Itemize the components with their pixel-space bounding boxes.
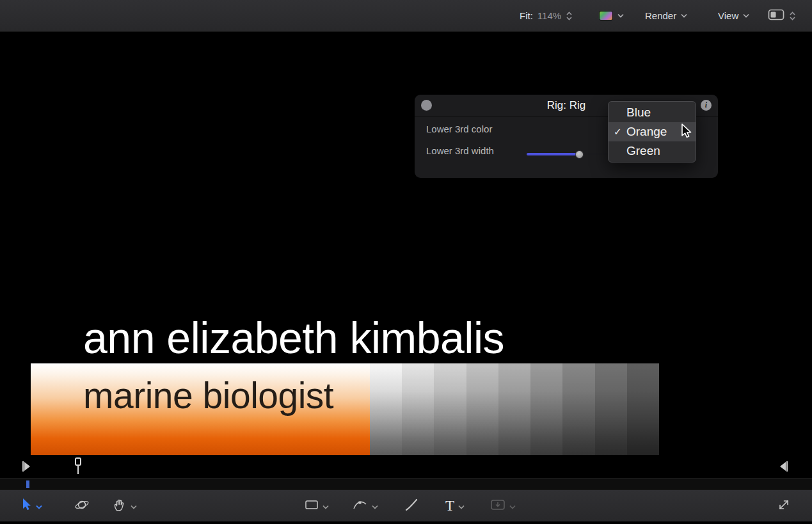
- rectangle-shape-tool[interactable]: [305, 490, 329, 521]
- stepper-icon: [789, 12, 796, 20]
- chevron-down-icon[interactable]: [458, 500, 465, 512]
- top-toolbar: Fit: 114% Render View: [0, 0, 812, 32]
- width-slider-fill: [527, 153, 580, 155]
- expand-diagonal-icon: [777, 498, 791, 514]
- drop-zone-tool[interactable]: [490, 490, 516, 521]
- chevron-down-icon[interactable]: [131, 500, 137, 512]
- render-menu[interactable]: Render: [645, 0, 687, 31]
- width-step-band: [370, 363, 402, 455]
- orbit-circle-icon: [74, 498, 90, 514]
- pointer-cursor-icon: [678, 123, 694, 142]
- hand-icon: [113, 498, 127, 514]
- menu-item-label: Blue: [626, 106, 651, 120]
- edit-points-tool[interactable]: [74, 490, 90, 521]
- drop-zone-icon: [490, 499, 506, 513]
- select-transform-tool[interactable]: [20, 490, 42, 521]
- bezier-curve-icon: [353, 498, 368, 514]
- hud-row-label-width: Lower 3rd width: [426, 145, 494, 156]
- chevron-down-icon: [509, 500, 516, 512]
- text-tool-icon: T: [445, 498, 454, 513]
- playhead-head-icon: [75, 457, 81, 466]
- menu-item-green[interactable]: Green: [609, 141, 696, 161]
- motion-window: { "top_toolbar": { "fit_label": "Fit:", …: [0, 0, 812, 524]
- width-step-band: [466, 363, 498, 455]
- view-label: View: [718, 10, 738, 21]
- chevron-down-icon[interactable]: [322, 500, 329, 512]
- checkmark-icon: ✓: [614, 126, 626, 138]
- expand-view-button[interactable]: [777, 490, 791, 521]
- width-step-band: [434, 363, 466, 455]
- bezier-pen-tool[interactable]: [353, 490, 378, 521]
- chevron-down-icon: [743, 13, 749, 18]
- chevron-down-icon: [681, 13, 687, 18]
- width-step-band: [530, 363, 562, 455]
- hud-row-label-color: Lower 3rd color: [426, 123, 492, 134]
- text-tool[interactable]: T: [445, 490, 465, 521]
- lower-third-role-text[interactable]: marine biologist: [83, 377, 333, 414]
- menu-item-blue[interactable]: Blue: [609, 103, 696, 122]
- chevron-down-icon[interactable]: [372, 500, 378, 512]
- width-step-band: [402, 363, 434, 455]
- brush-stroke-icon: [404, 498, 418, 514]
- pan-hand-tool[interactable]: [113, 490, 137, 521]
- width-step-band: [595, 363, 627, 455]
- width-step-band: [498, 363, 530, 455]
- info-icon[interactable]: i: [701, 100, 712, 111]
- rectangle-icon: [305, 499, 319, 513]
- view-menu[interactable]: View: [718, 0, 749, 31]
- chevron-down-icon[interactable]: [36, 500, 42, 512]
- render-label: Render: [645, 10, 676, 21]
- menu-item-label: Green: [626, 144, 660, 158]
- mini-timeline: [0, 478, 812, 489]
- width-step-band: [562, 363, 594, 455]
- bottom-toolbar: T: [0, 489, 812, 521]
- cursor-arrow-icon: [20, 498, 32, 514]
- zoom-control[interactable]: Fit: 114%: [520, 0, 573, 31]
- color-swatch-icon: [599, 11, 613, 20]
- mini-timeline-object[interactable]: [26, 480, 29, 488]
- playhead[interactable]: [74, 457, 82, 474]
- range-end-marker-icon[interactable]: [779, 461, 788, 475]
- stepper-icon: [566, 12, 573, 20]
- chevron-down-icon: [617, 13, 624, 18]
- playhead-stem: [77, 466, 79, 474]
- display-mode-control[interactable]: [768, 0, 796, 31]
- display-icon: [768, 9, 784, 22]
- menu-item-label: Orange: [626, 125, 667, 139]
- zoom-fit-label: Fit:: [520, 10, 533, 21]
- range-start-marker-icon[interactable]: [22, 461, 31, 475]
- paint-stroke-tool[interactable]: [404, 490, 418, 521]
- width-step-bands: [370, 363, 659, 455]
- zoom-value: 114%: [537, 10, 561, 21]
- timeline: [0, 455, 812, 478]
- width-slider-thumb[interactable]: [575, 150, 584, 159]
- color-well[interactable]: [599, 0, 624, 31]
- lower-third-name-text[interactable]: ann elizabeth kimbalis: [83, 316, 504, 360]
- width-step-band: [627, 363, 659, 455]
